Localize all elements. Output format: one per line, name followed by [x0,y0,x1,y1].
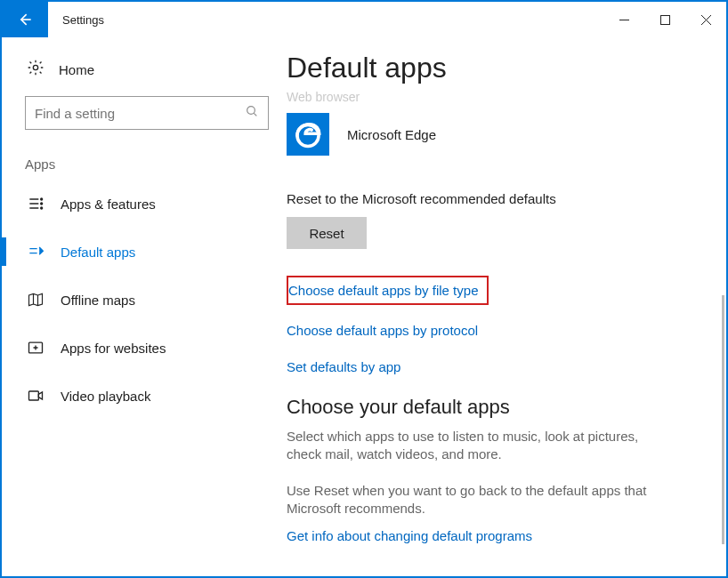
reset-button[interactable]: Reset [287,217,367,249]
sidebar-item-apps-features[interactable]: Apps & features [21,184,278,223]
search-input[interactable] [35,106,245,121]
svg-point-4 [41,203,43,205]
edge-icon [287,113,329,156]
arrow-left-icon [16,11,34,28]
sidebar-home-label: Home [59,62,94,77]
titlebar: Settings [2,2,726,37]
link-get-info[interactable]: Get info about changing default programs [287,528,532,543]
svg-point-5 [41,207,43,209]
link-set-defaults-by-app[interactable]: Set defaults by app [287,359,691,374]
offline-maps-icon [27,291,44,309]
minimize-button[interactable] [603,2,644,37]
video-playback-icon [27,387,44,405]
choose-heading: Choose your default apps [287,396,691,419]
sidebar-item-label: Apps & features [61,197,156,212]
gear-icon [27,59,44,80]
default-browser-name: Microsoft Edge [347,127,436,142]
link-choose-by-protocol[interactable]: Choose default apps by protocol [287,323,691,338]
default-browser-row[interactable]: Microsoft Edge [287,113,691,156]
svg-rect-0 [660,15,669,24]
maximize-button[interactable] [644,2,685,37]
choose-paragraph-2: Use Reset when you want to go back to th… [287,482,660,518]
apps-for-websites-icon [27,339,44,357]
svg-point-2 [247,107,255,115]
web-browser-label: Web browser [287,90,691,104]
maximize-icon [660,15,670,25]
sidebar-item-apps-for-websites[interactable]: Apps for websites [21,328,278,367]
sidebar: Home Apps Apps & features Default ap [2,37,287,576]
sidebar-item-label: Offline maps [61,293,135,308]
close-icon [701,15,711,25]
window-body: Home Apps Apps & features Default ap [2,37,726,576]
reset-description: Reset to the Microsoft recommended defau… [287,191,691,206]
scrollbar[interactable] [722,295,724,544]
settings-window: Settings Home [0,0,728,578]
reset-section: Reset to the Microsoft recommended defau… [287,191,691,249]
sidebar-item-label: Default apps [61,245,135,260]
choose-paragraph-1: Select which apps to use to listen to mu… [287,428,660,464]
minimize-icon [619,15,629,25]
sidebar-item-label: Video playback [61,389,150,404]
sidebar-item-default-apps[interactable]: Default apps [21,232,278,271]
page-title: Default apps [287,52,691,84]
search-icon [245,104,259,122]
svg-point-3 [41,198,43,200]
window-title: Settings [48,2,603,37]
sidebar-item-label: Apps for websites [61,341,166,356]
svg-point-1 [33,65,37,69]
svg-rect-7 [29,391,39,400]
window-controls [603,2,726,37]
link-choose-by-file-type[interactable]: Choose default apps by file type [287,276,489,305]
default-apps-icon [27,243,44,261]
sidebar-category: Apps [21,151,278,184]
sidebar-item-video-playback[interactable]: Video playback [21,376,278,415]
apps-features-icon [27,195,44,213]
close-button[interactable] [685,2,726,37]
sidebar-item-offline-maps[interactable]: Offline maps [21,280,278,319]
search-box[interactable] [25,96,269,130]
sidebar-home[interactable]: Home [21,50,278,96]
back-button[interactable] [2,2,48,37]
main-content: Default apps Web browser Microsoft Edge … [287,37,726,576]
advanced-links: Choose default apps by file type Choose … [287,276,691,374]
